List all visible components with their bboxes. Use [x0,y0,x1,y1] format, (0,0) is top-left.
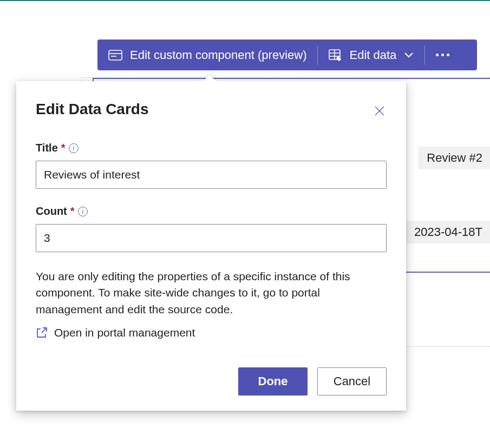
component-toolbar: Edit custom component (preview) Edit dat… [97,39,477,70]
table-edit-icon [329,49,342,61]
component-icon [108,50,122,61]
required-indicator: * [70,205,75,218]
bg-row-date: 2023-04-18T [406,221,490,243]
done-button[interactable]: Done [238,367,308,396]
dialog-title: Edit Data Cards [36,101,149,118]
count-label: Count [36,205,67,218]
count-input[interactable] [36,224,387,252]
cancel-button[interactable]: Cancel [317,367,387,396]
info-icon[interactable]: i [69,143,79,153]
chevron-down-icon [404,52,414,58]
edit-data-cards-dialog: Edit Data Cards Title * i Count * i You … [16,81,406,411]
edit-data-button[interactable]: Edit data [318,39,424,70]
required-indicator: * [61,142,66,154]
edit-component-button[interactable]: Edit custom component (preview) [97,39,317,70]
more-button[interactable] [425,54,460,56]
title-label: Title [36,142,58,154]
info-icon[interactable]: i [78,207,88,216]
count-field-group: Count * i [36,205,387,252]
edit-component-label: Edit custom component (preview) [130,48,306,62]
close-icon [374,105,386,117]
portal-link-label: Open in portal management [54,326,195,339]
edit-data-label: Edit data [349,48,396,62]
top-border [0,0,490,1]
svg-rect-0 [109,50,122,60]
open-portal-management-link[interactable]: Open in portal management [36,326,387,339]
svg-line-9 [42,328,47,333]
bg-row-review: Review #2 [418,147,490,169]
external-link-icon [36,327,48,339]
title-input[interactable] [36,161,387,189]
dialog-footer: Done Cancel [36,367,387,396]
instance-note: You are only editing the properties of a… [36,268,387,318]
close-button[interactable] [371,103,388,119]
title-label-row: Title * i [36,142,387,154]
dialog-header: Edit Data Cards [36,101,387,119]
count-label-row: Count * i [36,205,387,218]
title-field-group: Title * i [36,142,387,189]
